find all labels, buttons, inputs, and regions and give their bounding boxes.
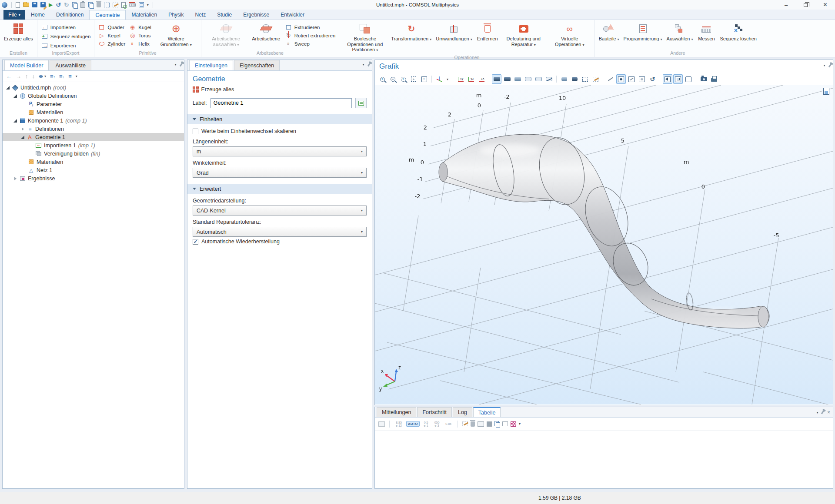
perspective-button[interactable] (673, 74, 683, 84)
revolve-button[interactable]: ↻ Rotiert extrudieren (284, 31, 337, 40)
extrude-button[interactable]: Extrudieren (284, 23, 337, 31)
boolean-operations-button[interactable]: Boolesche Operationen und Partitionen ▾ (341, 21, 388, 54)
restore-button[interactable] (796, 0, 815, 10)
more-primitives-button[interactable]: ⊕ Weitere Grundformen ▾ (154, 21, 199, 49)
outline-button[interactable] (534, 74, 543, 84)
tree-row-geometry[interactable]: A Geometrie 1 (3, 133, 184, 141)
tab-mitteilungen[interactable]: Mitteilungen (377, 407, 416, 417)
reset-hiding-button[interactable]: ↺ (648, 74, 657, 84)
view-zx-button[interactable]: zx (477, 74, 486, 84)
transparency-button[interactable] (513, 74, 522, 84)
back-icon[interactable]: ← (6, 73, 12, 80)
clear-selection-button[interactable] (591, 74, 600, 84)
hide-objects-button[interactable] (627, 74, 636, 84)
tab-fortschritt[interactable]: Fortschritt (417, 407, 452, 417)
expander-open-icon[interactable] (13, 94, 17, 98)
redo-icon[interactable]: ↻ (64, 1, 69, 8)
precision-decimal-button[interactable]: 0.85 (444, 421, 453, 427)
zoom-out-button[interactable]: − (388, 74, 397, 84)
collapse-all-icon[interactable]: ≡↑ (50, 73, 55, 80)
length-unit-select[interactable]: m ▾ (193, 146, 367, 156)
undo-icon[interactable]: ↺ (56, 1, 61, 8)
clear-table-icon[interactable] (462, 421, 468, 426)
pin-icon[interactable] (179, 63, 182, 66)
view-yz-button[interactable]: yz (466, 74, 476, 84)
parts-button[interactable]: Bauteile ▾ (597, 21, 621, 43)
precision-scientific-button[interactable]: 0.5 e-1 (422, 420, 430, 428)
sweep-button[interactable]: ≈ Sweep (284, 40, 337, 48)
print-button[interactable] (709, 74, 719, 84)
cylinder-button[interactable]: Zylinder (97, 40, 127, 48)
tree-row-import[interactable]: Importieren 1 (imp 1) (3, 141, 184, 149)
tab-log[interactable]: Log (453, 407, 472, 417)
hide-disabled-button[interactable] (606, 74, 615, 84)
pin-icon[interactable] (367, 63, 370, 66)
programming-button[interactable]: Programmierung ▾ (622, 21, 664, 43)
tree-row-definitions[interactable]: ≡ Definitionen (3, 125, 184, 133)
pin-icon[interactable] (828, 64, 831, 67)
build-all-action[interactable]: Erzeuge alles (193, 86, 367, 93)
section-einheiten[interactable]: Einheiten (187, 114, 372, 124)
table-graph-icon[interactable] (511, 421, 516, 427)
export-table-icon[interactable] (502, 421, 508, 426)
save-icon[interactable] (32, 2, 37, 7)
angle-unit-select[interactable]: Grad ▾ (193, 168, 367, 178)
tree-row-materials-component[interactable]: Materialien (3, 158, 184, 166)
auto-rebuild-checkbox-row[interactable]: ✓ Automatische Wiederherstellung (193, 239, 367, 245)
new-file-icon[interactable] (16, 2, 20, 8)
default-view-dropdown[interactable]: ▾ (445, 74, 450, 84)
tree-row-root[interactable]: Untitled.mph (root) (3, 83, 184, 92)
select-entities-button[interactable] (580, 74, 590, 84)
precision-full-button[interactable]: 8.85 e-12 (394, 420, 404, 428)
run-icon[interactable]: ▶ (49, 2, 53, 8)
expander-closed-icon[interactable] (22, 127, 24, 131)
minimize-button[interactable]: – (776, 0, 796, 10)
tab-physik[interactable]: Physik (163, 10, 189, 20)
recall-view-button[interactable] (570, 74, 579, 84)
select-entities-button[interactable]: Auswählen ▾ (665, 21, 695, 43)
tab-studie[interactable]: Studie (211, 10, 237, 20)
torus-button[interactable]: ◎ Torus (127, 31, 152, 40)
representation-select[interactable]: CAD-Kernel ▾ (193, 206, 367, 216)
import-button[interactable]: ← Importieren (40, 23, 77, 31)
tab-model-builder[interactable]: Model Builder (4, 60, 49, 70)
no-render-button[interactable] (544, 74, 554, 84)
defeaturing-button[interactable]: Defeaturing und Reparatur ▾ (501, 21, 546, 49)
tab-netz[interactable]: Netz (189, 10, 211, 20)
delete-entities-button[interactable]: Entfernen (475, 21, 500, 43)
duplicate-icon[interactable] (88, 2, 94, 8)
zoom-selected-button[interactable]: + (409, 74, 418, 84)
rename-button[interactable] (355, 98, 367, 108)
table-content-area[interactable] (375, 431, 833, 488)
paste-icon[interactable] (80, 2, 85, 8)
expander-open-icon[interactable] (6, 86, 10, 90)
tab-definitionen[interactable]: Definitionen (50, 10, 89, 20)
graphics-canvas[interactable]: m -2 10 0 2 2 1 0 -1 -2 m 5 m 0 -5 (375, 85, 833, 405)
tab-materialien[interactable]: Materialien (126, 10, 163, 20)
zoom-box-button[interactable]: + (398, 74, 408, 84)
tab-einstellungen[interactable]: Einstellungen (189, 60, 233, 70)
expand-all-icon[interactable]: ≡↓ (59, 73, 64, 80)
show-options-button[interactable]: ▾ (39, 74, 46, 78)
copy-table-icon[interactable] (494, 421, 500, 427)
delete-table-icon[interactable] (471, 421, 475, 427)
move-down-icon[interactable]: ↓ (32, 73, 35, 80)
solid-square-icon[interactable] (487, 421, 492, 427)
tab-ergebnisse[interactable]: Ergebnisse (237, 10, 275, 20)
environment-button[interactable] (502, 74, 512, 84)
sphere-button[interactable]: ⊕ Kugel (127, 23, 152, 31)
view-options-icon[interactable] (139, 2, 144, 7)
close-button[interactable]: × (815, 0, 835, 10)
tab-eigenschaften[interactable]: Eigenschaften (234, 60, 280, 70)
build-all-button[interactable]: Erzeuge alles (2, 21, 35, 43)
transforms-button[interactable]: ↻ Transformationen ▾ (389, 21, 433, 43)
save-as-icon[interactable] (40, 2, 46, 7)
scene-light-button[interactable] (492, 74, 501, 84)
block-button[interactable]: Quader (97, 23, 127, 31)
zoom-extents-button[interactable]: + (419, 74, 429, 84)
node-options-icon[interactable]: ≡ (68, 73, 72, 80)
export-button[interactable]: → Exportieren (40, 41, 77, 50)
tolerance-select[interactable]: Automatisch ▾ (193, 227, 367, 237)
file-menu-button[interactable]: File ▾ (3, 10, 25, 20)
chevron-down-icon[interactable]: ▾ (147, 3, 149, 7)
